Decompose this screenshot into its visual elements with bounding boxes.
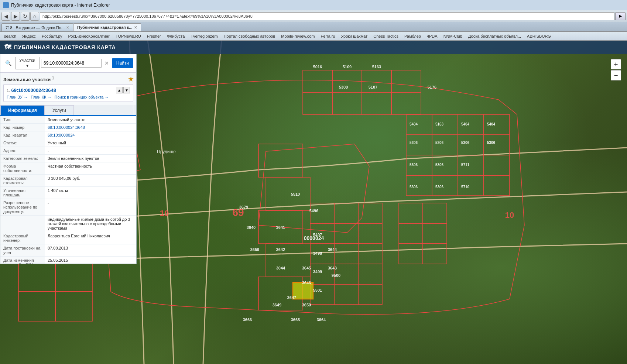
bookmark-authors[interactable]: Портал свободных авторов xyxy=(221,32,278,40)
result-links: План ЗУ → План КК → Поиск в границах объ… xyxy=(7,95,130,99)
info-row-type: Тип: Земельный участок xyxy=(0,116,136,124)
results-title-label: Земельные участки xyxy=(3,77,51,82)
link-plan-zu[interactable]: План ЗУ → xyxy=(7,95,28,99)
info-label-ownership: Форма собственности: xyxy=(0,162,45,175)
result-cadastral-id[interactable]: 69:10:0000024:3648 xyxy=(11,87,56,93)
bookmark-chess-lessons[interactable]: Уроки шахмат xyxy=(339,32,370,40)
search-input[interactable] xyxy=(41,59,102,68)
bookmark-abris[interactable]: ABRISBURG xyxy=(524,32,554,40)
tab-email-close[interactable]: ✕ xyxy=(66,25,69,30)
info-label-engineer: Кадастровый инженер: xyxy=(0,232,45,244)
browser-titlebar: Публичная кадастровая карта - Internet E… xyxy=(0,0,627,10)
info-row-address: Адрес: - xyxy=(0,147,136,155)
info-label-status: Статус: xyxy=(0,139,45,147)
info-row-area: Уточненная площадь: 1 407 кв. м xyxy=(0,187,136,199)
bookmark-ferra[interactable]: Ferra.ru xyxy=(318,32,338,40)
search-panel: 🔍 Участки ▾ ✕ Найти Земельные участки 1 … xyxy=(0,54,137,264)
tab-map-label: Публичная кадастровая к... xyxy=(77,25,132,30)
link-plan-kk[interactable]: План КК → xyxy=(31,95,51,99)
search-type-arrow: ▾ xyxy=(26,63,28,68)
ie-icon xyxy=(3,2,9,8)
info-row-permitted-doc: Разрешенное использование по документу: … xyxy=(0,199,136,216)
search-submit-button[interactable]: Найти xyxy=(112,58,133,68)
tab-services[interactable]: Услуги xyxy=(45,105,74,115)
map-container[interactable]: 5016 5109 5163 5308 5107 5176 3679 5510 … xyxy=(0,41,627,364)
info-row-cad-block: Кад. квартал: 69:10:0000024 xyxy=(0,131,136,139)
info-label-type: Тип: xyxy=(0,116,45,124)
search-icon: 🔍 xyxy=(3,58,14,68)
results-title: Земельные участки 1 ★ xyxy=(3,76,133,83)
info-value-land-category: Земли населённых пунктов xyxy=(45,155,136,162)
info-table: Тип: Земельный участок Кад. номер: 69:10… xyxy=(0,116,136,264)
info-label-land-category: Категория земель: xyxy=(0,155,45,162)
cad-block-link[interactable]: 69:10:0000024 xyxy=(48,133,75,137)
bookmark-search[interactable]: search xyxy=(1,32,19,40)
link-search-bounds[interactable]: Поиск в границах объекта → xyxy=(55,95,109,99)
bookmark-rbc[interactable]: РосБизнесКонсалтинг xyxy=(65,32,112,40)
zoom-out-button[interactable]: − xyxy=(611,70,621,80)
tab-map[interactable]: Публичная кадастровая к... ✕ xyxy=(73,23,141,31)
back-button[interactable]: ◀ xyxy=(1,12,10,21)
go-button[interactable]: ▶ xyxy=(615,12,626,20)
info-row-ownership: Форма собственности: Частная собственнос… xyxy=(0,162,136,175)
info-label-area: Уточненная площадь: xyxy=(0,187,45,199)
info-value-area: 1 407 кв. м xyxy=(45,187,136,199)
zoom-controls: + − xyxy=(611,59,621,80)
info-row-date-reg: Дата постановки на учет: 07.08.2013 xyxy=(0,244,136,257)
bookmark-rosbalt[interactable]: Росбалт.ру xyxy=(39,32,65,40)
info-value-type: Земельный участок xyxy=(45,116,136,124)
bookmark-rambler[interactable]: Рамблер xyxy=(402,32,424,40)
info-label-cad-block: Кад. квартал: xyxy=(0,131,45,139)
zoom-in-button[interactable]: + xyxy=(611,59,621,69)
bookmarks-bar: search Яндекс Росбалт.ру РосБизнесКонсал… xyxy=(0,32,627,41)
info-label-date-reg: Дата постановки на учет: xyxy=(0,244,45,257)
results-count: 1 xyxy=(52,76,54,80)
info-row-date-changed: Дата изменения сведений в ГКН: 25.05.201… xyxy=(0,257,136,264)
info-row-permitted-type: индивидуальные жилые дома высотой до 3 э… xyxy=(0,216,136,232)
browser-toolbar: ◀ ▶ ↻ ⌂ ▶ xyxy=(0,10,627,22)
tab-information[interactable]: Информация xyxy=(0,105,45,115)
home-button[interactable]: ⌂ xyxy=(30,12,39,21)
info-value-cad-block: 69:10:0000024 xyxy=(45,131,136,139)
search-clear-button[interactable]: ✕ xyxy=(103,59,110,67)
info-row-land-category: Категория земель: Земли населённых пункт… xyxy=(0,155,136,162)
browser-tabs: 718 · Входящие — Яндекс.По... ✕ Публична… xyxy=(0,22,627,32)
info-value-date-changed: 25.05.2015 xyxy=(45,257,136,264)
result-arrows: ▲ ▼ xyxy=(116,87,130,93)
result-number: 1. xyxy=(7,88,10,93)
map-title: ПУБЛИЧНАЯ КАДАСТРОВАЯ КАРТА xyxy=(14,44,116,50)
bookmark-topnews[interactable]: TOPNews.RU xyxy=(113,32,144,40)
bookmark-4pda[interactable]: 4PDA xyxy=(424,32,440,40)
map-toolbar: 🗺 ПУБЛИЧНАЯ КАДАСТРОВАЯ КАРТА xyxy=(0,41,627,54)
bookmark-mobile[interactable]: Mobile-review.com xyxy=(278,32,317,40)
bookmark-fresher[interactable]: Fresher xyxy=(144,32,164,40)
bookmark-nnm[interactable]: NNM-Club xyxy=(441,32,465,40)
bookmark-tver[interactable]: Tverregionzem xyxy=(188,32,220,40)
info-value-permitted-doc: - xyxy=(45,199,136,216)
search-type-button[interactable]: Участки ▾ xyxy=(15,57,40,69)
info-scroll[interactable]: Тип: Земельный участок Кад. номер: 69:10… xyxy=(0,116,136,264)
refresh-button[interactable]: ↻ xyxy=(21,12,30,21)
info-label-address: Адрес: xyxy=(0,147,45,155)
bookmark-yandex[interactable]: Яндекс xyxy=(20,32,38,40)
info-value-status: Учтенный xyxy=(45,139,136,147)
result-prev-button[interactable]: ▲ xyxy=(116,87,123,93)
browser-title: Публичная кадастровая карта - Internet E… xyxy=(11,3,110,8)
tab-email[interactable]: 718 · Входящие — Яндекс.По... ✕ xyxy=(1,23,73,31)
info-label-cad-value: Кадастровая стоимость: xyxy=(0,175,45,187)
bookmark-chess-tactics[interactable]: Chess Tactics xyxy=(371,32,401,40)
search-type-label: Участки xyxy=(19,58,35,63)
cad-num-link[interactable]: 69:10:0000024:3648 xyxy=(48,125,85,130)
tab-map-close[interactable]: ✕ xyxy=(134,25,137,30)
info-label-permitted-doc: Разрешенное использование по документу: xyxy=(0,199,45,216)
tab-email-label: 718 · Входящие — Яндекс.По... xyxy=(6,25,65,30)
search-row: 🔍 Участки ▾ ✕ Найти xyxy=(0,54,136,73)
bookmark-filibuster[interactable]: Флибуста xyxy=(164,32,188,40)
info-label-date-changed: Дата изменения сведений в ГКН: xyxy=(0,257,45,264)
bookmark-avito[interactable]: Доска бесплатных объявл... xyxy=(466,32,524,40)
forward-button[interactable]: ▶ xyxy=(11,12,20,21)
address-bar[interactable] xyxy=(40,12,614,20)
info-value-cad-num: 69:10:0000024:3648 xyxy=(45,124,136,131)
result-next-button[interactable]: ▼ xyxy=(123,87,130,93)
favorites-button[interactable]: ★ xyxy=(128,76,133,83)
